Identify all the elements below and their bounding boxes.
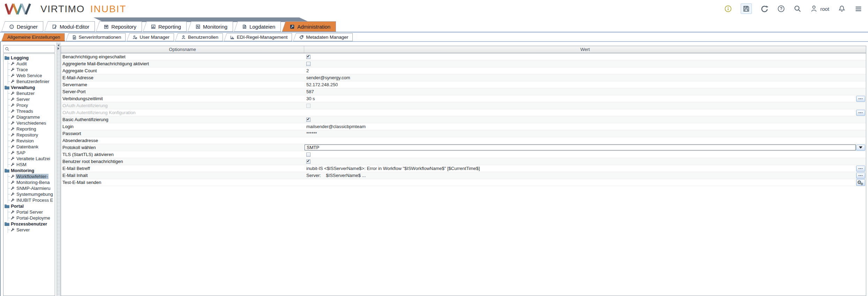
table-row[interactable]: E-Mail-Adressesender@synergy.com bbox=[61, 74, 866, 81]
value-checkbox[interactable] bbox=[306, 118, 310, 122]
notifications-button[interactable] bbox=[838, 5, 846, 13]
collapse-right-icon[interactable] bbox=[58, 47, 59, 50]
table-row[interactable]: E-Mail Betreffinubit-IS <$ISServerName$>… bbox=[61, 165, 866, 172]
tree-folder-verwaltung[interactable]: Verwaltung bbox=[5, 84, 55, 90]
table-row[interactable]: Passwort****** bbox=[61, 130, 866, 137]
user-menu[interactable]: root bbox=[810, 5, 829, 13]
tab-reporting[interactable]: Reporting bbox=[143, 21, 187, 32]
column-header-optionsname[interactable]: Optionsname bbox=[61, 46, 304, 53]
table-row[interactable]: Basic Authentifizierung bbox=[61, 116, 866, 123]
repository-icon bbox=[104, 24, 109, 29]
tree-item-portal-server[interactable]: Portal Server bbox=[8, 209, 55, 215]
tab-repository[interactable]: Repository bbox=[96, 21, 142, 32]
tree-item-reporting[interactable]: Reporting bbox=[8, 126, 55, 132]
edit-dots-button[interactable]: ... bbox=[856, 172, 865, 178]
collapse-left-icon[interactable] bbox=[58, 44, 59, 47]
tree-item-diagramme[interactable]: Diagramme bbox=[8, 114, 55, 120]
subtab-serverinformationen[interactable]: Serverinformationen bbox=[66, 33, 126, 41]
tree-item-threads[interactable]: Threads bbox=[8, 108, 55, 114]
tree-folder-prozessbenutzer[interactable]: Prozessbenutzer bbox=[5, 221, 55, 227]
table-row[interactable]: Loginmailsender@classicbpmteam bbox=[61, 123, 866, 130]
subtab-allgemeine-einstellungen[interactable]: Allgemeine Einstellungen bbox=[1, 33, 65, 41]
subtab-user-manager[interactable]: User Manager bbox=[127, 33, 174, 41]
value-checkbox[interactable] bbox=[306, 62, 310, 66]
table-row[interactable]: E-Mail InhaltServer: $ISServerName$ ....… bbox=[61, 172, 866, 179]
tree-item-datenbank[interactable]: Datenbank bbox=[8, 144, 55, 150]
table-row[interactable]: Benutzer root benachrichtigen bbox=[61, 158, 866, 165]
edit-dots-button[interactable]: ... bbox=[856, 96, 865, 102]
table-row[interactable]: Servername52.172.248.250 bbox=[61, 81, 866, 88]
tree-item-web-service[interactable]: Web Service bbox=[8, 73, 55, 79]
tree-item-systemumgebung[interactable]: Systemumgebung bbox=[8, 191, 55, 197]
tree-folder-logging[interactable]: Logging bbox=[5, 55, 55, 61]
table-row[interactable]: Test-E-Mail senden⚙⚙ bbox=[61, 179, 866, 186]
table-row[interactable]: OAuth Autentifizierung bbox=[61, 102, 866, 109]
folder-icon bbox=[5, 86, 9, 90]
tree-item-server[interactable]: Server bbox=[8, 96, 55, 102]
tree-item-verschiedenes[interactable]: Verschiedenes bbox=[8, 120, 55, 126]
table-row[interactable]: Benachrichtigung eingeschaltet bbox=[61, 53, 866, 60]
sidebar-splitter[interactable] bbox=[57, 43, 60, 296]
tree-folder-monitoring[interactable]: Monitoring bbox=[5, 168, 55, 173]
tree-item-audit[interactable]: Audit bbox=[8, 61, 55, 67]
search-icon bbox=[5, 47, 9, 51]
option-value: 52.172.248.250 bbox=[304, 81, 866, 88]
menu-button[interactable] bbox=[854, 5, 862, 13]
value-checkbox[interactable] bbox=[306, 153, 310, 157]
tree-item-proxy[interactable]: Proxy bbox=[8, 102, 55, 108]
administration-icon bbox=[290, 24, 295, 29]
tree-folder-portal[interactable]: Portal bbox=[5, 203, 55, 209]
subtab-edi-regel-management[interactable]: EDI-Regel-Management bbox=[224, 33, 292, 41]
tree-item-server[interactable]: Server bbox=[8, 227, 55, 233]
edit-dots-button[interactable]: ... bbox=[856, 165, 865, 171]
tree-item-benutzer[interactable]: Benutzer bbox=[8, 90, 55, 96]
tree-item-repository[interactable]: Repository bbox=[8, 132, 55, 138]
tab-designer[interactable]: Designer bbox=[1, 21, 43, 32]
table-row[interactable]: Absenderadresse bbox=[61, 137, 866, 144]
tab-monitoring[interactable]: Monitoring bbox=[188, 21, 233, 32]
tree-item-snmp-alarmieru[interactable]: SNMP-Alarmieru bbox=[8, 185, 55, 191]
info-button[interactable] bbox=[724, 5, 732, 13]
table-body: Benachrichtigung eingeschaltetAggregiert… bbox=[61, 53, 866, 186]
tree-item-workflowfehler-[interactable]: Workflowfehler- bbox=[8, 173, 55, 179]
tree-item-sap[interactable]: SAP bbox=[8, 150, 55, 156]
subtab-benutzerrollen[interactable]: Benutzerrollen bbox=[175, 33, 223, 41]
protocol-select[interactable]: SMTP bbox=[305, 145, 856, 150]
value-text: 587 bbox=[306, 89, 314, 94]
table-row[interactable]: TLS (StartTLS) aktivieren bbox=[61, 151, 866, 158]
help-button[interactable]: ? bbox=[777, 5, 785, 13]
tab-administration[interactable]: Administration bbox=[282, 21, 336, 32]
value-checkbox[interactable] bbox=[306, 160, 310, 164]
tree-item-veraltete-laufzei[interactable]: Veraltete Laufzei bbox=[8, 156, 55, 162]
send-test-email-button[interactable]: ⚙⚙ bbox=[856, 179, 865, 186]
tree-item-inubit-process-e[interactable]: INUBIT Process E bbox=[8, 197, 55, 203]
tree-item-benutzerdefinier[interactable]: Benutzerdefinier bbox=[8, 79, 55, 84]
dropdown-arrow-button[interactable] bbox=[856, 145, 865, 150]
option-value: 2 bbox=[304, 67, 866, 74]
main-tabbar: DesignerModul-EditorRepositoryReportingM… bbox=[1, 21, 336, 32]
table-row[interactable]: Server-Port587 bbox=[61, 88, 866, 95]
table-row[interactable]: Aggregate Count2 bbox=[61, 67, 866, 74]
subtab-metadaten-manager[interactable]: Metadaten Manager bbox=[293, 33, 353, 41]
tab-logdateien[interactable]: Logdateien bbox=[234, 21, 281, 32]
table-row[interactable]: Verbindungszeitlimit30 s... bbox=[61, 95, 866, 102]
tab-modul-editor[interactable]: Modul-Editor bbox=[44, 21, 95, 32]
tab-label: Benutzerrollen bbox=[188, 35, 218, 40]
value-checkbox[interactable] bbox=[306, 104, 310, 108]
value-checkbox[interactable] bbox=[306, 55, 310, 59]
column-header-wert[interactable]: Wert bbox=[304, 46, 866, 53]
refresh-button[interactable] bbox=[761, 5, 769, 13]
edit-dots-button[interactable]: ... bbox=[856, 110, 865, 116]
tree-item-hsm[interactable]: HSM bbox=[8, 162, 55, 168]
tree-item-revision[interactable]: Revision bbox=[8, 138, 55, 144]
table-row[interactable]: Aggregierte Mail-Benachrichtigung aktivi… bbox=[61, 60, 866, 67]
tree-item-monitoring-bena[interactable]: Monitoring-Bena bbox=[8, 179, 55, 185]
save-button[interactable] bbox=[741, 3, 752, 14]
search-button[interactable] bbox=[794, 5, 801, 13]
tree-item-label: Verschiedenes bbox=[16, 120, 47, 126]
tree-item-portal-deployme[interactable]: Portal-Deployme bbox=[8, 215, 55, 221]
tree-item-trace[interactable]: Trace bbox=[8, 67, 55, 73]
table-row[interactable]: OAuth Autentifizierung Konfiguration... bbox=[61, 109, 866, 116]
table-row[interactable]: Protokoll wählenSMTP bbox=[61, 144, 866, 151]
sidebar-search-input[interactable] bbox=[11, 46, 55, 51]
